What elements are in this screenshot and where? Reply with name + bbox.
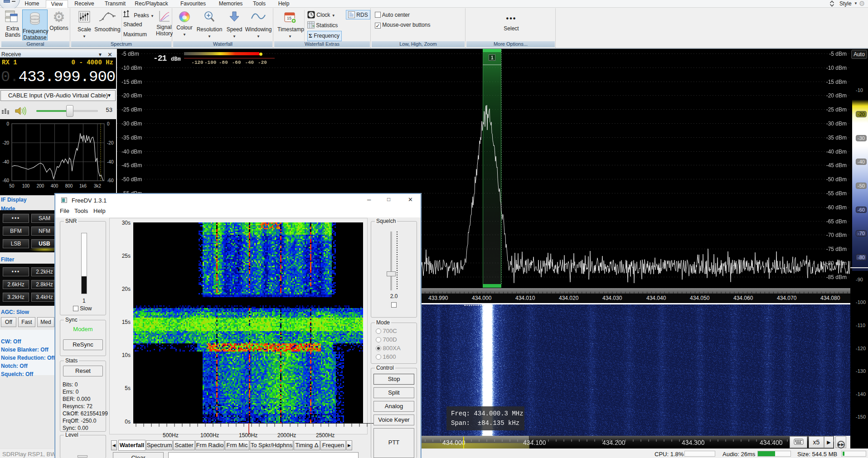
svg-text:1k6: 1k6	[79, 183, 87, 188]
svg-text:400: 400	[51, 183, 58, 188]
svg-text:0: 0	[6, 121, 9, 126]
svg-text:-20: -20	[3, 140, 10, 145]
svg-text:15: 15	[287, 16, 291, 20]
svg-text:-40: -40	[107, 159, 114, 164]
svg-text:-40: -40	[3, 159, 10, 164]
svg-text:-60: -60	[3, 178, 10, 183]
svg-text:-60: -60	[107, 178, 114, 183]
svg-text:9: 9	[312, 24, 315, 28]
svg-text:-20: -20	[107, 140, 114, 145]
svg-text:50: 50	[9, 183, 15, 188]
svg-text:800: 800	[65, 183, 73, 188]
svg-text:3k2: 3k2	[94, 183, 102, 188]
svg-text:100: 100	[22, 183, 30, 188]
svg-text:0: 0	[107, 121, 110, 126]
svg-text:200: 200	[37, 183, 44, 188]
